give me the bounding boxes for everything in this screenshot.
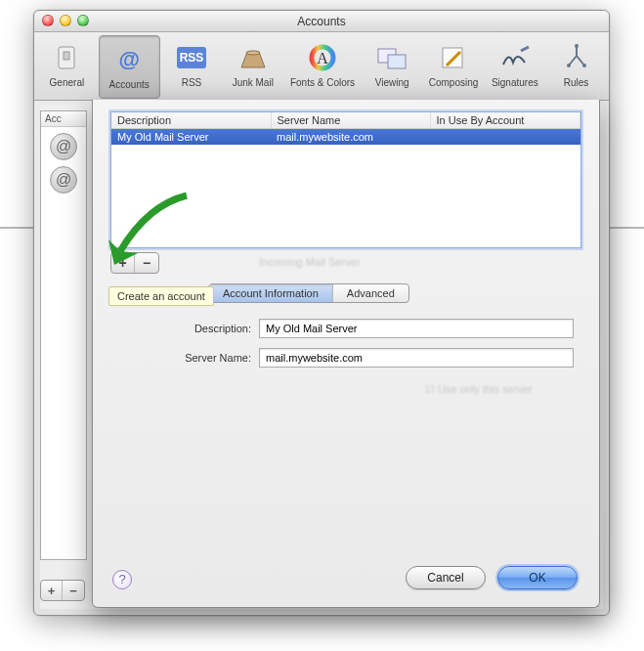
help-button[interactable]: ? <box>112 570 132 589</box>
rss-icon: RSS <box>174 40 209 75</box>
toolbar-label: RSS <box>161 77 223 88</box>
tab-account-info[interactable]: Account Information <box>209 284 333 302</box>
zoom-icon[interactable] <box>77 15 89 26</box>
toolbar-label: Signatures <box>484 77 545 88</box>
server-settings-sheet: Incoming Mail Server ☑ Use only this ser… <box>92 100 600 608</box>
cell-server: mail.mywebsite.com <box>271 129 430 146</box>
ghost-label: Incoming Mail Server <box>259 256 360 268</box>
col-inuse[interactable]: In Use By Account <box>430 112 580 129</box>
at-icon: @ <box>111 42 147 77</box>
toolbar-label: General <box>36 77 98 88</box>
svg-rect-1 <box>64 52 69 60</box>
cancel-button[interactable]: Cancel <box>406 566 486 589</box>
toolbar-accounts[interactable]: @ Accounts <box>99 35 160 99</box>
toolbar-junk[interactable]: Junk Mail <box>222 34 283 100</box>
svg-text:A: A <box>317 50 328 66</box>
svg-point-11 <box>582 64 586 67</box>
server-add-remove: + − <box>110 252 159 274</box>
svg-point-2 <box>246 51 260 55</box>
toolbar-label: Junk Mail <box>222 77 283 88</box>
minimize-icon[interactable] <box>60 15 71 26</box>
ghost-label: ☑ Use only this server <box>425 383 533 396</box>
account-item[interactable]: @ <box>50 133 77 160</box>
toolbar-viewing[interactable]: Viewing <box>362 34 423 100</box>
add-server-button[interactable]: + <box>111 253 135 273</box>
junk-icon <box>236 40 271 75</box>
account-info-form: Description: Server Name: <box>142 319 574 377</box>
cell-description: My Old Mail Server <box>111 129 271 146</box>
add-account-button[interactable]: + <box>41 581 63 600</box>
remove-account-button[interactable]: − <box>63 581 84 600</box>
preferences-toolbar: General @ Accounts RSS RSS Junk Mail A F… <box>34 32 609 101</box>
description-label: Description: <box>142 323 259 334</box>
account-item[interactable]: @ <box>50 166 77 194</box>
toolbar-rules[interactable]: Rules <box>545 34 607 100</box>
accounts-add-remove: + − <box>40 580 85 601</box>
toolbar-label: Rules <box>545 77 607 88</box>
server-row[interactable]: My Old Mail Server mail.mywebsite.com <box>111 129 580 146</box>
remove-server-button[interactable]: − <box>135 253 158 273</box>
server-name-input[interactable] <box>259 348 574 368</box>
signatures-icon <box>497 40 533 75</box>
toolbar-composing[interactable]: Composing <box>423 34 485 100</box>
svg-point-9 <box>575 44 579 48</box>
window-controls[interactable] <box>42 15 89 26</box>
rules-icon <box>559 40 594 75</box>
toolbar-label: Accounts <box>100 79 159 90</box>
toolbar-label: Viewing <box>362 77 423 88</box>
svg-rect-7 <box>388 55 406 68</box>
tab-advanced[interactable]: Advanced <box>333 284 408 302</box>
col-server[interactable]: Server Name <box>271 112 430 129</box>
toolbar-general[interactable]: General <box>36 34 98 100</box>
fonts-icon: A <box>305 40 340 75</box>
close-icon[interactable] <box>42 15 54 26</box>
accounts-sidebar: Acc @ @ <box>40 110 87 560</box>
sidebar-header: Acc <box>41 111 86 127</box>
toolbar-signatures[interactable]: Signatures <box>484 34 545 100</box>
viewing-icon <box>374 40 409 75</box>
col-description[interactable]: Description <box>111 112 271 129</box>
svg-point-10 <box>567 64 571 67</box>
switch-icon <box>49 40 84 75</box>
sheet-buttons: Cancel OK <box>406 566 578 589</box>
window-titlebar: Accounts <box>34 11 609 32</box>
ok-button[interactable]: OK <box>497 566 578 589</box>
description-input[interactable] <box>259 319 574 338</box>
composing-icon <box>436 40 471 75</box>
add-server-tooltip: Create an account <box>108 286 214 306</box>
cell-inuse <box>430 129 580 146</box>
server-list[interactable]: Description Server Name In Use By Accoun… <box>110 111 581 248</box>
server-name-label: Server Name: <box>142 352 259 364</box>
toolbar-label: Composing <box>423 77 485 88</box>
tabs: Account Information Advanced <box>208 283 409 303</box>
window-title: Accounts <box>297 15 345 28</box>
toolbar-rss[interactable]: RSS RSS <box>161 34 223 100</box>
toolbar-label: Fonts & Colors <box>283 77 362 88</box>
toolbar-fonts-colors[interactable]: A Fonts & Colors <box>283 34 362 100</box>
